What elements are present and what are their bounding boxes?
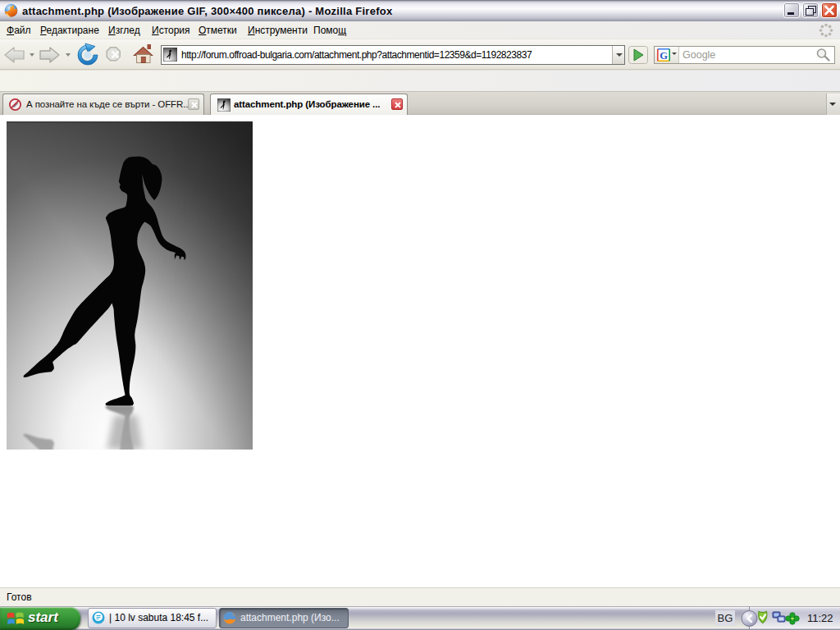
svg-text:G: G [660, 50, 668, 62]
